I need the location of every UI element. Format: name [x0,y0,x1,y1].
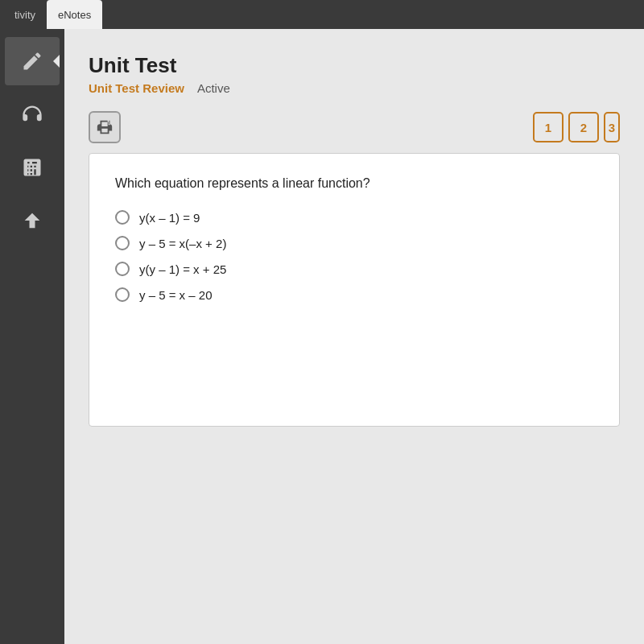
content-area: Unit Test Unit Test Review Active 1 2 [64,29,644,644]
radio-3[interactable] [115,287,130,302]
answer-option-3[interactable]: y – 5 = x – 20 [115,287,593,302]
answer-option-1[interactable]: y – 5 = x(–x + 2) [115,236,593,250]
tab-enotes[interactable]: eNotes [47,0,102,29]
radio-0[interactable] [115,210,130,225]
sidebar-item-calculator[interactable] [5,143,60,192]
radio-2[interactable] [115,262,130,276]
answer-option-2[interactable]: y(y – 1) = x + 25 [115,262,593,276]
radio-1[interactable] [115,236,130,250]
status-badge: Active [197,81,230,95]
answer-option-0[interactable]: y(x – 1) = 9 [115,210,593,225]
toolbar: 1 2 3 [89,111,620,143]
top-bar: tivity eNotes [0,0,644,29]
active-indicator [53,55,60,68]
question-nav: 1 2 3 [533,112,620,142]
tab-activity-label: tivity [14,9,35,21]
nav-btn-3[interactable]: 3 [604,112,620,142]
up-arrow-icon [21,209,43,232]
sidebar-item-edit[interactable] [5,37,60,85]
answer-options: y(x – 1) = 9 y – 5 = x(–x + 2) y(y – 1) … [115,210,593,302]
option-text-0: y(x – 1) = 9 [139,211,200,225]
tab-activity[interactable]: tivity [3,0,47,29]
tab-enotes-label: eNotes [58,9,91,21]
question-text: Which equation represents a linear funct… [115,176,593,191]
sidebar-item-navigate[interactable] [5,196,60,245]
print-button[interactable] [89,111,121,143]
calculator-icon [21,156,43,179]
option-text-3: y – 5 = x – 20 [139,288,212,302]
nav-btn-1[interactable]: 1 [533,112,564,142]
option-text-1: y – 5 = x(–x + 2) [139,237,226,250]
page-title: Unit Test [89,53,620,78]
sidebar-item-audio[interactable] [5,90,60,138]
main-layout: Unit Test Unit Test Review Active 1 2 [0,29,644,644]
headphones-icon [21,103,43,126]
option-text-2: y(y – 1) = x + 25 [139,262,226,276]
sidebar [0,29,64,644]
unit-test-review-link[interactable]: Unit Test Review [89,81,184,95]
nav-btn-2[interactable]: 2 [568,112,599,142]
print-icon [96,118,114,136]
pencil-icon [21,50,43,72]
subtitle-row: Unit Test Review Active [89,81,620,95]
question-card: Which equation represents a linear funct… [89,153,620,427]
